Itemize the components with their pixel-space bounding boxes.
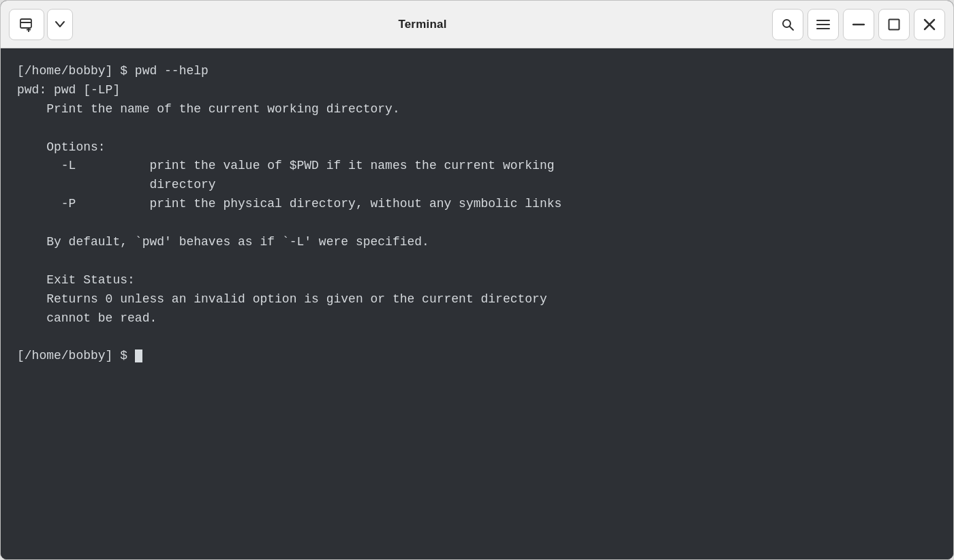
search-icon bbox=[781, 18, 795, 31]
terminal-line: -L print the value of $PWD if it names t… bbox=[17, 157, 937, 176]
terminal-line: Print the name of the current working di… bbox=[17, 100, 937, 119]
dropdown-button[interactable] bbox=[47, 9, 73, 40]
menu-button[interactable] bbox=[807, 9, 839, 40]
titlebar-left bbox=[9, 9, 73, 40]
terminal-line: pwd: pwd [-LP] bbox=[17, 81, 937, 100]
terminal-line bbox=[17, 119, 937, 138]
terminal-line bbox=[17, 328, 937, 347]
chevron-down-icon bbox=[55, 21, 65, 28]
terminal-line: Returns 0 unless an invalid option is gi… bbox=[17, 290, 937, 309]
terminal-line bbox=[17, 252, 937, 271]
terminal-line: -P print the physical directory, without… bbox=[17, 195, 937, 214]
minimize-button[interactable] bbox=[843, 9, 874, 40]
new-tab-icon bbox=[19, 17, 34, 32]
window-title: Terminal bbox=[73, 18, 772, 31]
svg-rect-10 bbox=[889, 19, 899, 29]
maximize-icon bbox=[888, 18, 900, 31]
titlebar-right bbox=[772, 9, 945, 40]
close-icon bbox=[923, 18, 936, 31]
titlebar: Terminal bbox=[1, 1, 953, 48]
terminal-line: By default, `pwd' behaves as if `-L' wer… bbox=[17, 233, 937, 252]
terminal-line: [/home/bobby] $ bbox=[17, 347, 937, 366]
terminal-line bbox=[17, 214, 937, 233]
terminal-line: cannot be read. bbox=[17, 309, 937, 328]
terminal-cursor bbox=[135, 349, 142, 363]
close-button[interactable] bbox=[914, 9, 945, 40]
terminal-line: Options: bbox=[17, 138, 937, 157]
minimize-icon bbox=[852, 23, 865, 26]
svg-rect-0 bbox=[20, 19, 31, 28]
terminal-window: Terminal bbox=[0, 0, 954, 560]
search-button[interactable] bbox=[772, 9, 803, 40]
svg-line-5 bbox=[790, 27, 793, 30]
terminal-line: directory bbox=[17, 176, 937, 195]
hamburger-icon bbox=[816, 19, 830, 30]
terminal-line: Exit Status: bbox=[17, 271, 937, 290]
new-tab-button[interactable] bbox=[9, 9, 44, 40]
terminal-output[interactable]: [/home/bobby] $ pwd --helppwd: pwd [-LP]… bbox=[1, 48, 953, 559]
terminal-line: [/home/bobby] $ pwd --help bbox=[17, 62, 937, 81]
maximize-button[interactable] bbox=[878, 9, 910, 40]
